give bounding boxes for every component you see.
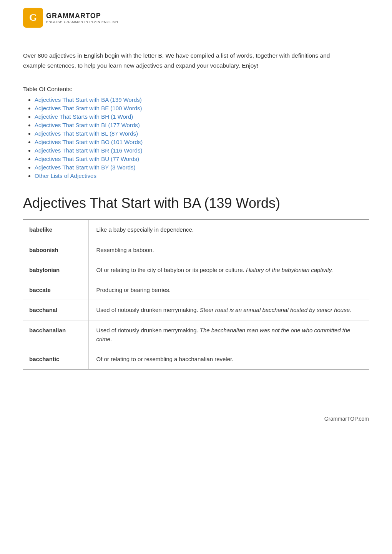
- toc-item: Adjectives That Start with BI (177 Words…: [35, 122, 369, 129]
- toc-link[interactable]: Adjectives That Start with BL (87 Words): [35, 130, 138, 137]
- definition-cell: Like a baby especially in dependence.: [88, 219, 369, 240]
- site-header: G GRAMMARTOP English Grammar in Plain En…: [0, 0, 392, 35]
- toc-item: Adjective That Starts with BH (1 Word): [35, 113, 369, 120]
- toc-item: Adjectives That Start with BO (101 Words…: [35, 139, 369, 146]
- table-row: bacchanticOf or relating to or resemblin…: [23, 349, 369, 370]
- logo-text: GRAMMARTOP English Grammar in Plain Engl…: [46, 12, 118, 24]
- definition-cell: Resembling a baboon.: [88, 240, 369, 260]
- table-row: baccateProducing or bearing berries.: [23, 280, 369, 300]
- toc-link[interactable]: Adjectives That Start with BR (116 Words…: [35, 147, 142, 154]
- toc-link[interactable]: Adjectives That Start with BA (139 Words…: [35, 96, 142, 103]
- word-cell: bacchanal: [23, 300, 88, 320]
- definition-cell: Producing or bearing berries.: [88, 280, 369, 300]
- definition-cell: Used of riotously drunken merrymaking. T…: [88, 320, 369, 349]
- section-heading: Adjectives That Start with BA (139 Words…: [23, 195, 369, 211]
- word-cell: babelike: [23, 219, 88, 240]
- intro-paragraph: Over 800 adjectives in English begin wit…: [23, 51, 354, 70]
- adjectives-table: babelikeLike a baby especially in depend…: [23, 219, 369, 370]
- toc-item: Adjectives That Start with BU (77 Words): [35, 156, 369, 163]
- toc-item: Adjectives That Start with BE (100 Words…: [35, 105, 369, 112]
- toc-item: Other Lists of Adjectives: [35, 173, 369, 179]
- toc-link[interactable]: Adjectives That Start with BO (101 Words…: [35, 139, 143, 145]
- example-text: Steer roast is an annual bacchanal hoste…: [200, 307, 351, 313]
- definition-cell: Of or relating to the city of babylon or…: [88, 260, 369, 280]
- logo[interactable]: G GRAMMARTOP English Grammar in Plain En…: [23, 8, 369, 28]
- logo-icon: G: [23, 8, 43, 28]
- example-text: The bacchanalian man was not the one who…: [96, 327, 350, 342]
- toc-item: Adjectives That Start with BR (116 Words…: [35, 147, 369, 154]
- main-content: Over 800 adjectives in English begin wit…: [0, 35, 392, 408]
- table-row: babelikeLike a baby especially in depend…: [23, 219, 369, 240]
- definition-cell: Of or relating to or resembling a baccha…: [88, 349, 369, 370]
- example-text: History of the babylonian captivity.: [246, 267, 333, 273]
- table-row: babylonianOf or relating to the city of …: [23, 260, 369, 280]
- toc-link[interactable]: Other Lists of Adjectives: [35, 173, 96, 179]
- table-row: bacchanalianUsed of riotously drunken me…: [23, 320, 369, 349]
- toc-item: Adjectives That Start with BL (87 Words): [35, 130, 369, 137]
- toc-link[interactable]: Adjectives That Start with BU (77 Words): [35, 156, 139, 162]
- table-row: bacchanalUsed of riotously drunken merry…: [23, 300, 369, 320]
- table-of-contents: Table Of Contents: Adjectives That Start…: [23, 86, 369, 179]
- toc-link[interactable]: Adjectives That Start with BY (3 Words): [35, 164, 136, 171]
- toc-label: Table Of Contents:: [23, 86, 369, 93]
- table-row: baboonishResembling a baboon.: [23, 240, 369, 260]
- word-cell: bacchanalian: [23, 320, 88, 349]
- toc-link[interactable]: Adjectives That Start with BI (177 Words…: [35, 122, 140, 128]
- toc-link[interactable]: Adjective That Starts with BH (1 Word): [35, 113, 133, 120]
- logo-tagline: English Grammar in Plain English: [46, 20, 118, 24]
- toc-list: Adjectives That Start with BA (139 Words…: [23, 96, 369, 179]
- footer-text: GrammarTOP.com: [324, 416, 369, 422]
- logo-name: GRAMMARTOP: [46, 12, 118, 20]
- toc-item: Adjectives That Start with BY (3 Words): [35, 164, 369, 171]
- word-cell: babylonian: [23, 260, 88, 280]
- word-cell: baboonish: [23, 240, 88, 260]
- toc-link[interactable]: Adjectives That Start with BE (100 Words…: [35, 105, 142, 111]
- site-footer: GrammarTOP.com: [0, 408, 392, 430]
- definition-cell: Used of riotously drunken merrymaking. S…: [88, 300, 369, 320]
- toc-item: Adjectives That Start with BA (139 Words…: [35, 96, 369, 103]
- word-cell: baccate: [23, 280, 88, 300]
- word-cell: bacchantic: [23, 349, 88, 370]
